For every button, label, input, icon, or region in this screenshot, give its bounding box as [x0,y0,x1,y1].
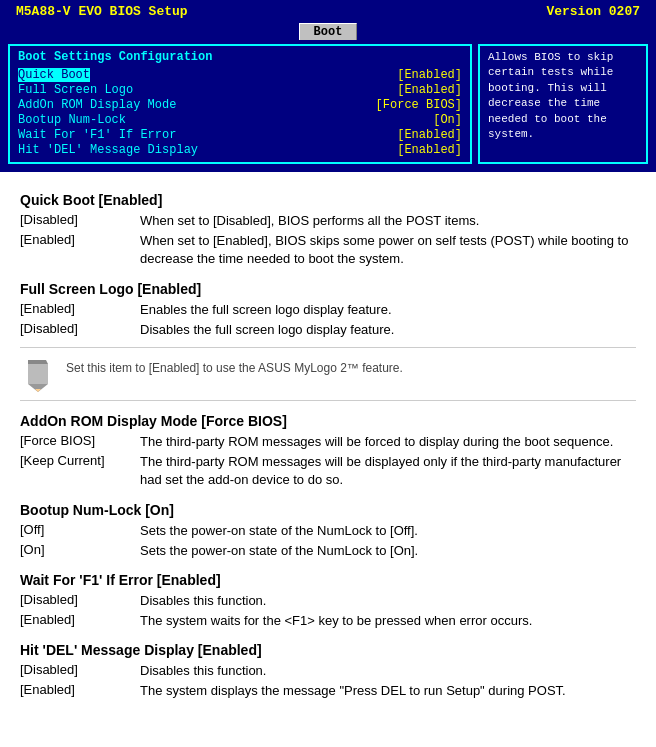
bios-item-value: [Force BIOS] [376,98,462,112]
section-heading-addon-rom: AddOn ROM Display Mode [Force BIOS] [20,413,636,429]
option-label: [Enabled] [20,682,140,700]
bios-item-name: Quick Boot [18,68,90,82]
pencil-icon [20,356,56,392]
section-heading-quick-boot: Quick Boot [Enabled] [20,192,636,208]
bios-tab-row: Boot [0,23,656,40]
bios-version: Version 0207 [546,4,640,19]
option-desc: The third-party ROM messages will be for… [140,433,613,451]
bios-rows: Quick Boot[Enabled]Full Screen Logo[Enab… [18,68,462,157]
option-desc: Disables this function. [140,662,266,680]
svg-rect-1 [28,364,48,384]
option-label: [Disabled] [20,662,140,680]
bios-row[interactable]: Wait For 'F1' If Error[Enabled] [18,128,462,142]
option-desc: When set to [Enabled], BIOS skips some p… [140,232,636,268]
option-label: [Force BIOS] [20,433,140,451]
option-desc: The system displays the message "Press D… [140,682,566,700]
option-row: [Enabled]The system waits for the <F1> k… [20,612,636,630]
bios-row[interactable]: Bootup Num-Lock[On] [18,113,462,127]
option-desc: Sets the power-on state of the NumLock t… [140,522,418,540]
bios-section-title: Boot Settings Configuration [18,50,462,64]
bios-item-name: Hit 'DEL' Message Display [18,143,198,157]
option-row: [Force BIOS]The third-party ROM messages… [20,433,636,451]
bios-title: M5A88-V EVO BIOS Setup [16,4,188,19]
option-row: [On]Sets the power-on state of the NumLo… [20,542,636,560]
option-label: [Enabled] [20,232,140,268]
option-label: [Disabled] [20,212,140,230]
bios-item-name: AddOn ROM Display Mode [18,98,176,112]
option-desc: Disables the full screen logo display fe… [140,321,394,339]
bios-row[interactable]: Full Screen Logo[Enabled] [18,83,462,97]
option-desc: Disables this function. [140,592,266,610]
option-label: [On] [20,542,140,560]
option-row: [Disabled]Disables the full screen logo … [20,321,636,339]
bios-tooltip-text: Allows BIOS to skip certain tests while … [488,51,613,140]
section-heading-hit-del: Hit 'DEL' Message Display [Enabled] [20,642,636,658]
option-label: [Keep Current] [20,453,140,489]
bios-header: M5A88-V EVO BIOS Setup Version 0207 [0,0,656,23]
note-text: Set this item to [Enabled] to use the AS… [66,356,403,377]
bios-row[interactable]: Quick Boot[Enabled] [18,68,462,82]
main-content: Quick Boot [Enabled][Disabled]When set t… [0,172,656,713]
svg-marker-3 [35,389,41,392]
option-desc: Sets the power-on state of the NumLock t… [140,542,418,560]
option-label: [Enabled] [20,612,140,630]
svg-marker-0 [28,360,48,364]
option-desc: The system waits for the <F1> key to be … [140,612,532,630]
bios-item-name: Full Screen Logo [18,83,133,97]
option-label: [Off] [20,522,140,540]
option-label: [Enabled] [20,301,140,319]
bios-item-value: [On] [433,113,462,127]
note-row: Set this item to [Enabled] to use the AS… [20,356,636,392]
section-heading-wait-f1: Wait For 'F1' If Error [Enabled] [20,572,636,588]
option-row: [Enabled]When set to [Enabled], BIOS ski… [20,232,636,268]
option-row: [Disabled]When set to [Disabled], BIOS p… [20,212,636,230]
option-desc: When set to [Disabled], BIOS performs al… [140,212,479,230]
option-row: [Enabled]The system displays the message… [20,682,636,700]
bios-row[interactable]: AddOn ROM Display Mode[Force BIOS] [18,98,462,112]
option-row: [Disabled]Disables this function. [20,592,636,610]
bios-item-value: [Enabled] [397,128,462,142]
option-row: [Off]Sets the power-on state of the NumL… [20,522,636,540]
option-row: [Disabled]Disables this function. [20,662,636,680]
bios-item-name: Wait For 'F1' If Error [18,128,176,142]
option-desc: Enables the full screen logo display fea… [140,301,392,319]
bios-item-value: [Enabled] [397,83,462,97]
bios-panel: Boot Settings Configuration Quick Boot[E… [0,40,656,172]
option-desc: The third-party ROM messages will be dis… [140,453,636,489]
bios-item-value: [Enabled] [397,68,462,82]
bios-row[interactable]: Hit 'DEL' Message Display[Enabled] [18,143,462,157]
bios-settings-panel: Boot Settings Configuration Quick Boot[E… [8,44,472,164]
bios-item-name: Bootup Num-Lock [18,113,126,127]
option-row: [Keep Current]The third-party ROM messag… [20,453,636,489]
section-heading-full-screen-logo: Full Screen Logo [Enabled] [20,281,636,297]
bios-tooltip: Allows BIOS to skip certain tests while … [478,44,648,164]
option-row: [Enabled]Enables the full screen logo di… [20,301,636,319]
bios-boot-tab[interactable]: Boot [299,23,358,40]
option-label: [Disabled] [20,592,140,610]
section-heading-bootup-numlock: Bootup Num-Lock [On] [20,502,636,518]
bios-item-value: [Enabled] [397,143,462,157]
option-label: [Disabled] [20,321,140,339]
